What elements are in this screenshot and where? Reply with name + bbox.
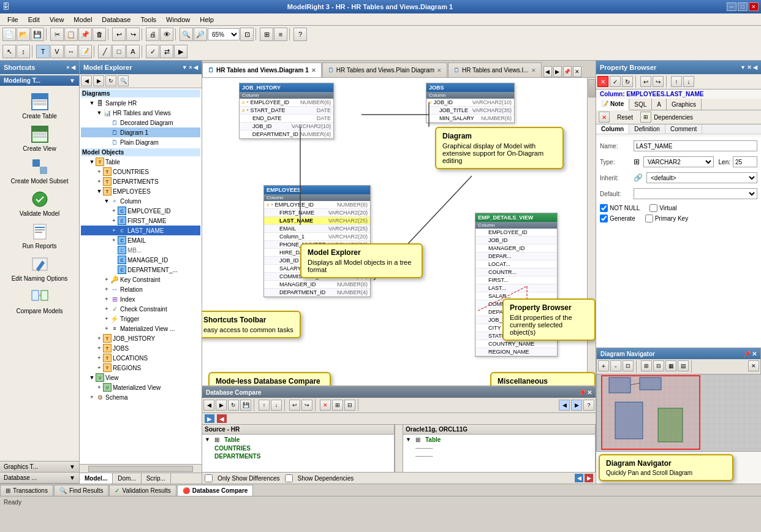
pb-default-select[interactable] [634,188,757,199]
pb-virtual-checkbox[interactable] [649,204,657,212]
database-tab[interactable]: Database ... ▼ [0,473,79,484]
diagram-tab-pin[interactable]: 📌 [563,66,572,77]
tree-plain-diagram[interactable]: 🗒 Plain Diagram [81,137,200,147]
me-tab-model[interactable]: Model... [80,473,113,484]
dbc-source-departments-row[interactable]: DEPARTMENTS [202,452,394,460]
tree-countries[interactable]: + T COUNTRIES [81,167,200,177]
undo-button[interactable]: ↩ [112,28,126,41]
dbc-vscrollbar[interactable] [395,425,403,472]
tree-check-constraint[interactable]: + ✓ Check Constraint [81,304,200,314]
zoom-fit-button[interactable]: ⊡ [240,28,254,41]
pb-down[interactable]: ↓ [683,76,694,87]
tree-relation[interactable]: + ↔ Relation [81,284,200,294]
tree-department[interactable]: C DEPARTMENT_... [81,265,200,275]
dbc-footer-right[interactable]: ▶ [585,474,593,482]
shortcut-create-view[interactable]: Create View [1,122,78,154]
diagram-tab-close-all[interactable]: ✕ [573,66,581,77]
tree-sample-hr[interactable]: ▼ 🗄 Sample HR [81,98,200,108]
redo-button[interactable]: ↪ [126,28,140,41]
expand-decorated-diagram[interactable] [103,119,110,126]
tree-jobs[interactable]: + T JOBS [81,343,200,353]
expand-diagram1[interactable] [103,129,110,136]
diagram-tab-1[interactable]: 🗒 HR Tables and Views.Plain Diagram ✕ [322,63,447,77]
pb-tab-graphics[interactable]: Graphics [667,99,702,110]
tree-departments[interactable]: + T DEPARTMENTS [81,177,200,186]
pb-generate-checkbox[interactable] [600,215,608,222]
dbc-grid2[interactable]: ⊟ [344,400,355,411]
menu-database[interactable]: Database [97,15,135,25]
shortcut-create-model-subset[interactable]: Create Model Subset [1,154,78,187]
diagram-tab-next[interactable]: ▶ [553,66,562,77]
pb-subtab-comment[interactable]: Comment [665,124,702,134]
dbc-to-right[interactable]: ▶ [205,414,214,423]
tree-column-section[interactable]: ▼ ≡ Column [81,196,200,206]
menu-help[interactable]: Help [195,15,219,25]
new-button[interactable]: 📄 [2,28,16,41]
dbc-save[interactable]: 💾 [240,400,251,411]
bottom-tab-find-results[interactable]: 🔍 Find Results [54,485,109,496]
tree-schema[interactable]: + ⚙ Schema [81,392,200,402]
box-tool[interactable]: □ [112,45,126,58]
paste-button[interactable]: 📌 [78,28,92,41]
zoom-in-button[interactable]: 🔍 [180,28,193,41]
tree-mat-view-item[interactable]: + V Materialized View [81,382,200,392]
pb-nav-back[interactable]: ↩ [640,76,651,87]
preview-button[interactable]: 👁 [160,28,173,41]
menu-file[interactable]: File [2,15,23,25]
dbc-nav-left[interactable]: ◀ [559,400,570,411]
expand-first-name[interactable]: + [110,217,118,224]
tree-table-section[interactable]: ▼ T Table [81,157,200,167]
dbc-x[interactable]: ✕ [320,400,331,411]
me-search-button[interactable]: 🔍 [118,75,129,86]
select-button[interactable]: ↖ [2,45,16,58]
dbc-help[interactable]: ? [583,400,594,411]
employees-table[interactable]: EMPLOYEES Column # * EMPLOYEE_ID NUMBER(… [263,185,371,297]
print-button[interactable]: 🖨 [146,28,159,41]
pb-tab-note[interactable]: 📝 Note [596,99,629,110]
dbc-undo[interactable]: ↩ [289,400,300,411]
diagram-tab-2[interactable]: 🗒 HR Tables and Views.I... ✕ [448,63,542,77]
diagram-tab-0[interactable]: 🗒 HR Tables and Views.Diagram 1 ✕ [202,63,322,77]
dn-pin[interactable]: 📌 [743,351,751,357]
pb-deps-label[interactable]: Dependencies [654,114,693,121]
align-button[interactable]: ≡ [274,28,287,41]
dbc-footer-left[interactable]: ◀ [575,474,583,482]
pb-tab-a[interactable]: A [652,99,667,110]
dbc-table-expand[interactable]: ▼ [205,436,211,443]
menu-window[interactable]: Window [161,15,195,25]
dbc-back[interactable]: ◀ [203,400,214,411]
modeling-group-header[interactable]: Modeling T... ▼ [0,75,79,86]
generate-button[interactable]: ▶ [174,45,187,58]
dbc-to-left[interactable]: ◀ [217,414,227,423]
dn-fit[interactable]: ⊡ [623,360,634,371]
bottom-tab-validation-results[interactable]: ✓ Validation Results [109,485,176,496]
me-forward-button[interactable]: ▶ [93,75,104,86]
note-tool[interactable]: 📝 [78,45,92,58]
tree-email[interactable]: + C EMAIL [81,235,200,245]
copy-button[interactable]: 📋 [64,28,78,41]
pb-subtab-definition[interactable]: Definition [629,124,665,134]
expand-table-section[interactable]: ▼ [88,158,96,165]
dn-zoom-out[interactable]: - [610,360,621,371]
maximize-button[interactable]: □ [738,2,748,11]
me-refresh-button[interactable]: ↻ [105,75,116,86]
open-button[interactable]: 📂 [17,28,30,41]
view-tool[interactable]: V [50,45,64,58]
dbc-source-table-row[interactable]: ▼ ⊞ Table [202,435,394,444]
bottom-tab-db-compare[interactable]: 🔴 Database Compare [177,485,254,496]
graphics-tab[interactable]: Graphics T... ▼ [0,462,79,473]
tree-trigger[interactable]: + ⚡ Trigger [81,314,200,324]
diagram-tab-0-close[interactable]: ✕ [311,67,316,74]
text-tool[interactable]: A [126,45,140,58]
tree-locations[interactable]: + T LOCATIONS [81,353,200,363]
expand-plain-diagram[interactable] [103,139,110,146]
bottom-tab-transactions[interactable]: ⊞ Transactions [0,485,53,496]
validate-button[interactable]: ✓ [146,45,159,58]
dn-grid1[interactable]: ⊞ [641,360,652,371]
compare-button[interactable]: ⇄ [160,45,173,58]
pb-name-input[interactable] [634,140,757,151]
tree-job-history[interactable]: + T JOB_HISTORY [81,333,200,343]
tree-regions[interactable]: + T REGIONS [81,363,200,373]
pb-len-input[interactable] [733,156,757,167]
expand-departments[interactable]: + [96,178,103,185]
